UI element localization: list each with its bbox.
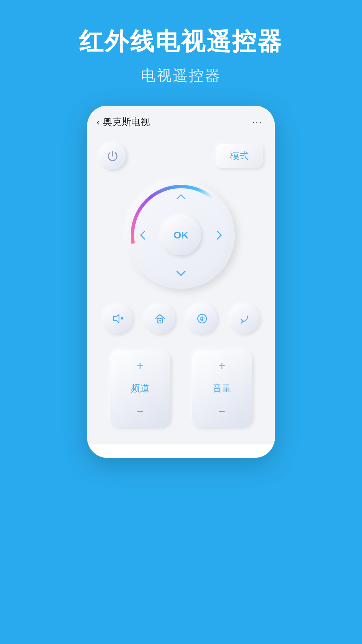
main-title: 红外线电视遥控器 bbox=[79, 27, 283, 56]
svg-marker-0 bbox=[114, 315, 119, 323]
ok-label: OK bbox=[174, 229, 189, 241]
svg-text:①: ① bbox=[200, 316, 204, 322]
back-button[interactable] bbox=[229, 304, 259, 334]
arrow-down-button[interactable] bbox=[176, 270, 186, 277]
back-button[interactable]: ‹ bbox=[97, 117, 100, 127]
volume-minus[interactable]: － bbox=[216, 405, 228, 417]
header-section: 红外线电视遥控器 电视遥控器 bbox=[0, 0, 362, 99]
topbar-title: 奥克斯电视 bbox=[103, 116, 150, 128]
back-icon bbox=[238, 313, 250, 325]
channel-label: 频道 bbox=[131, 382, 149, 395]
power-button[interactable] bbox=[99, 143, 126, 169]
phone-topbar: ‹ 奥克斯电视 ··· bbox=[87, 106, 275, 135]
source-button[interactable]: ① bbox=[187, 304, 217, 334]
volume-label: 音量 bbox=[213, 382, 231, 395]
channel-minus[interactable]: － bbox=[134, 405, 146, 417]
func-buttons-row: ① bbox=[103, 304, 259, 334]
mute-icon bbox=[112, 313, 124, 325]
channel-block[interactable]: + 频道 － bbox=[110, 350, 170, 427]
mute-button[interactable] bbox=[103, 304, 133, 334]
arrow-left-button[interactable] bbox=[139, 230, 146, 240]
topbar-left: ‹ 奥克斯电视 bbox=[97, 116, 150, 128]
mode-button[interactable]: 模式 bbox=[216, 144, 263, 168]
home-button[interactable] bbox=[145, 304, 175, 334]
volume-plus[interactable]: + bbox=[218, 360, 225, 372]
more-options-button[interactable]: ··· bbox=[252, 117, 263, 127]
remote-body: 模式 bbox=[87, 135, 275, 444]
channel-plus[interactable]: + bbox=[136, 360, 143, 372]
phone-mockup: ‹ 奥克斯电视 ··· 模式 bbox=[87, 106, 275, 458]
sub-title: 电视遥控器 bbox=[141, 66, 221, 86]
mode-label: 模式 bbox=[230, 150, 249, 162]
volume-block[interactable]: + 音量 － bbox=[192, 350, 252, 427]
top-controls: 模式 bbox=[99, 143, 263, 169]
channel-volume-controls: + 频道 － + 音量 － bbox=[99, 350, 263, 427]
source-icon: ① bbox=[196, 313, 208, 325]
power-icon bbox=[107, 150, 119, 162]
arrow-up-button[interactable] bbox=[176, 194, 186, 200]
arrow-right-button[interactable] bbox=[216, 230, 223, 240]
dpad-container: OK bbox=[127, 181, 235, 289]
ok-button[interactable]: OK bbox=[161, 215, 201, 255]
home-icon bbox=[154, 313, 166, 325]
